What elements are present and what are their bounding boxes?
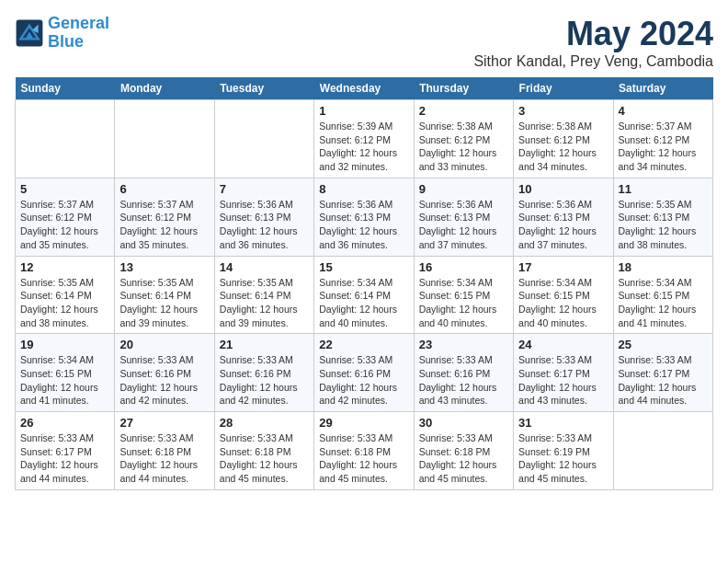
month-title: May 2024: [473, 15, 713, 53]
calendar-header-row: Sunday Monday Tuesday Wednesday Thursday…: [16, 77, 713, 100]
table-row: 17Sunrise: 5:34 AMSunset: 6:15 PMDayligh…: [514, 256, 613, 334]
day-info: Sunrise: 5:33 AMSunset: 6:18 PMDaylight:…: [119, 431, 209, 486]
weekday-saturday: Saturday: [613, 77, 712, 100]
day-info: Sunrise: 5:39 AMSunset: 6:12 PMDaylight:…: [319, 120, 408, 174]
day-number: 7: [220, 182, 309, 196]
day-info: Sunrise: 5:34 AMSunset: 6:15 PMDaylight:…: [619, 276, 708, 330]
day-info: Sunrise: 5:33 AMSunset: 6:17 PMDaylight:…: [619, 353, 708, 408]
day-info: Sunrise: 5:37 AMSunset: 6:12 PMDaylight:…: [619, 120, 708, 174]
weekday-tuesday: Tuesday: [214, 77, 313, 100]
calendar-week-row: 12Sunrise: 5:35 AMSunset: 6:14 PMDayligh…: [16, 256, 713, 334]
table-row: 9Sunrise: 5:36 AMSunset: 6:13 PMDaylight…: [414, 178, 513, 256]
day-info: Sunrise: 5:33 AMSunset: 6:18 PMDaylight:…: [419, 431, 508, 486]
day-info: Sunrise: 5:36 AMSunset: 6:13 PMDaylight:…: [220, 198, 309, 252]
day-number: 28: [220, 416, 309, 430]
table-row: 28Sunrise: 5:33 AMSunset: 6:18 PMDayligh…: [214, 412, 313, 490]
table-row: 20Sunrise: 5:33 AMSunset: 6:16 PMDayligh…: [115, 334, 214, 412]
day-info: Sunrise: 5:35 AMSunset: 6:13 PMDaylight:…: [619, 198, 708, 252]
weekday-sunday: Sunday: [16, 77, 115, 100]
day-number: 26: [20, 416, 109, 430]
day-info: Sunrise: 5:38 AMSunset: 6:12 PMDaylight:…: [518, 120, 608, 174]
day-number: 24: [518, 338, 608, 351]
table-row: 1Sunrise: 5:39 AMSunset: 6:12 PMDaylight…: [314, 100, 414, 178]
day-info: Sunrise: 5:36 AMSunset: 6:13 PMDaylight:…: [518, 198, 608, 252]
day-number: 20: [119, 338, 209, 351]
weekday-thursday: Thursday: [414, 77, 513, 100]
table-row: [115, 100, 214, 178]
day-info: Sunrise: 5:38 AMSunset: 6:12 PMDaylight:…: [419, 120, 508, 174]
calendar-week-row: 26Sunrise: 5:33 AMSunset: 6:17 PMDayligh…: [16, 412, 713, 490]
table-row: 5Sunrise: 5:37 AMSunset: 6:12 PMDaylight…: [16, 178, 115, 256]
table-row: 3Sunrise: 5:38 AMSunset: 6:12 PMDaylight…: [514, 100, 613, 178]
day-number: 13: [119, 260, 209, 274]
day-number: 4: [619, 104, 708, 118]
day-number: 30: [419, 416, 508, 430]
table-row: 24Sunrise: 5:33 AMSunset: 6:17 PMDayligh…: [514, 334, 613, 412]
day-number: 27: [119, 416, 209, 430]
day-info: Sunrise: 5:33 AMSunset: 6:17 PMDaylight:…: [20, 431, 109, 486]
table-row: 19Sunrise: 5:34 AMSunset: 6:15 PMDayligh…: [16, 334, 115, 412]
table-row: [214, 100, 313, 178]
table-row: [16, 100, 115, 178]
day-number: 14: [220, 260, 309, 274]
day-number: 17: [518, 260, 608, 274]
table-row: 4Sunrise: 5:37 AMSunset: 6:12 PMDaylight…: [613, 100, 712, 178]
day-number: 25: [619, 338, 708, 351]
day-info: Sunrise: 5:34 AMSunset: 6:15 PMDaylight:…: [20, 353, 109, 408]
table-row: 15Sunrise: 5:34 AMSunset: 6:14 PMDayligh…: [314, 256, 414, 334]
logo: General Blue: [15, 15, 109, 52]
day-info: Sunrise: 5:36 AMSunset: 6:13 PMDaylight:…: [319, 198, 408, 252]
table-row: 26Sunrise: 5:33 AMSunset: 6:17 PMDayligh…: [16, 412, 115, 490]
day-info: Sunrise: 5:34 AMSunset: 6:15 PMDaylight:…: [419, 276, 508, 330]
table-row: 14Sunrise: 5:35 AMSunset: 6:14 PMDayligh…: [214, 256, 313, 334]
day-number: 1: [319, 104, 408, 118]
day-number: 5: [20, 182, 109, 196]
day-number: 11: [619, 182, 708, 196]
day-info: Sunrise: 5:37 AMSunset: 6:12 PMDaylight:…: [20, 198, 109, 252]
day-info: Sunrise: 5:33 AMSunset: 6:16 PMDaylight:…: [119, 353, 209, 408]
table-row: 23Sunrise: 5:33 AMSunset: 6:16 PMDayligh…: [414, 334, 513, 412]
table-row: 11Sunrise: 5:35 AMSunset: 6:13 PMDayligh…: [613, 178, 712, 256]
page-header: General Blue May 2024 Sithor Kandal, Pre…: [15, 15, 713, 70]
title-block: May 2024 Sithor Kandal, Prey Veng, Cambo…: [473, 15, 713, 70]
table-row: 6Sunrise: 5:37 AMSunset: 6:12 PMDaylight…: [115, 178, 214, 256]
day-info: Sunrise: 5:35 AMSunset: 6:14 PMDaylight:…: [119, 276, 209, 330]
table-row: 18Sunrise: 5:34 AMSunset: 6:15 PMDayligh…: [613, 256, 712, 334]
day-info: Sunrise: 5:36 AMSunset: 6:13 PMDaylight:…: [419, 198, 508, 252]
day-info: Sunrise: 5:33 AMSunset: 6:18 PMDaylight:…: [220, 431, 309, 486]
day-number: 15: [319, 260, 408, 274]
table-row: 27Sunrise: 5:33 AMSunset: 6:18 PMDayligh…: [115, 412, 214, 490]
table-row: 21Sunrise: 5:33 AMSunset: 6:16 PMDayligh…: [214, 334, 313, 412]
table-row: 2Sunrise: 5:38 AMSunset: 6:12 PMDaylight…: [414, 100, 513, 178]
logo-icon: [15, 18, 44, 48]
day-info: Sunrise: 5:34 AMSunset: 6:14 PMDaylight:…: [319, 276, 408, 330]
location-title: Sithor Kandal, Prey Veng, Cambodia: [473, 53, 713, 70]
day-info: Sunrise: 5:33 AMSunset: 6:16 PMDaylight:…: [319, 353, 408, 408]
day-info: Sunrise: 5:33 AMSunset: 6:16 PMDaylight:…: [220, 353, 309, 408]
day-number: 6: [119, 182, 209, 196]
day-info: Sunrise: 5:37 AMSunset: 6:12 PMDaylight:…: [119, 198, 209, 252]
table-row: 10Sunrise: 5:36 AMSunset: 6:13 PMDayligh…: [514, 178, 613, 256]
table-row: 16Sunrise: 5:34 AMSunset: 6:15 PMDayligh…: [414, 256, 513, 334]
day-number: 2: [419, 104, 508, 118]
table-row: 29Sunrise: 5:33 AMSunset: 6:18 PMDayligh…: [314, 412, 414, 490]
day-info: Sunrise: 5:34 AMSunset: 6:15 PMDaylight:…: [518, 276, 608, 330]
day-number: 18: [619, 260, 708, 274]
weekday-friday: Friday: [514, 77, 613, 100]
table-row: 31Sunrise: 5:33 AMSunset: 6:19 PMDayligh…: [514, 412, 613, 490]
day-number: 8: [319, 182, 408, 196]
weekday-wednesday: Wednesday: [314, 77, 414, 100]
day-number: 3: [518, 104, 608, 118]
day-number: 29: [319, 416, 408, 430]
table-row: 25Sunrise: 5:33 AMSunset: 6:17 PMDayligh…: [613, 334, 712, 412]
calendar: Sunday Monday Tuesday Wednesday Thursday…: [15, 77, 713, 490]
day-number: 23: [419, 338, 508, 351]
day-number: 10: [518, 182, 608, 196]
day-number: 16: [419, 260, 508, 274]
table-row: 22Sunrise: 5:33 AMSunset: 6:16 PMDayligh…: [314, 334, 414, 412]
day-number: 19: [20, 338, 109, 351]
table-row: 7Sunrise: 5:36 AMSunset: 6:13 PMDaylight…: [214, 178, 313, 256]
day-number: 12: [20, 260, 109, 274]
day-info: Sunrise: 5:35 AMSunset: 6:14 PMDaylight:…: [20, 276, 109, 330]
table-row: 8Sunrise: 5:36 AMSunset: 6:13 PMDaylight…: [314, 178, 414, 256]
